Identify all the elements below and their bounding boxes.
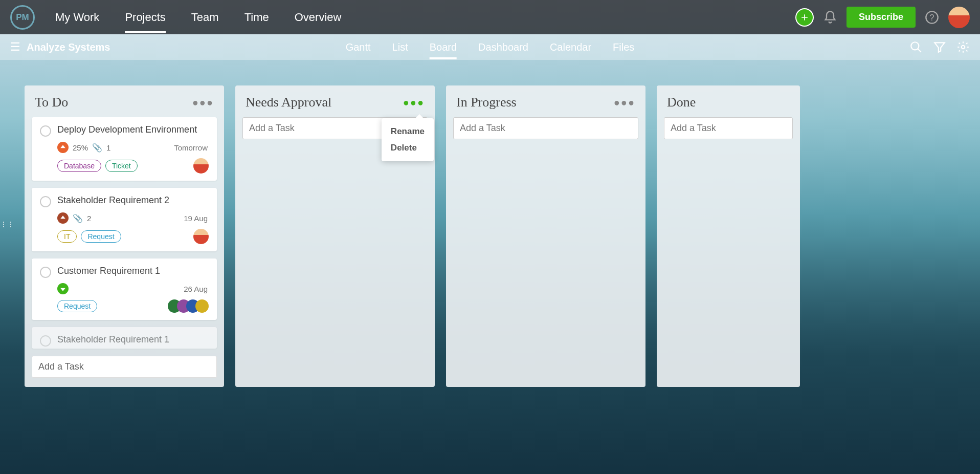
task-percent: 25% (73, 143, 88, 152)
priority-low-icon (57, 283, 69, 294)
svg-point-2 (911, 42, 919, 50)
priority-medium-icon (57, 212, 69, 224)
subnav-list[interactable]: List (392, 35, 408, 59)
column-done: Done (657, 85, 800, 387)
attachment-count: 2 (87, 214, 91, 223)
task-title: Deploy Development Environment (57, 124, 209, 135)
search-icon[interactable] (909, 40, 923, 54)
topnav: My Work Projects Team Time Overview (55, 2, 341, 33)
task-title: Stakeholder Requirement 1 (57, 334, 209, 345)
column-title: Needs Approval (246, 95, 331, 110)
subbar: ☰ Analyze Systems Gantt List Board Dashb… (0, 34, 980, 60)
subnav-files[interactable]: Files (613, 35, 634, 59)
menu-icon[interactable]: ☰ (10, 40, 20, 54)
subnav-board[interactable]: Board (430, 35, 457, 59)
nav-team[interactable]: Team (191, 2, 219, 33)
task-date: 26 Aug (184, 285, 208, 293)
add-button[interactable] (795, 8, 814, 27)
attachment-icon: 📎 (73, 213, 83, 223)
column-menu-button[interactable]: ●●● (192, 97, 214, 109)
bell-icon[interactable] (823, 10, 837, 25)
nav-overview[interactable]: Overview (295, 2, 342, 33)
board: To Do ●●● Deploy Development Environment… (0, 60, 980, 413)
column-menu-button[interactable]: ●●● (614, 97, 635, 109)
add-task-input[interactable] (453, 117, 638, 139)
task-card[interactable]: Stakeholder Requirement 1 (32, 327, 217, 349)
svg-point-4 (962, 46, 965, 49)
column-needs-approval: Needs Approval ●●● Rename Delete (235, 85, 435, 387)
tag-request[interactable]: Request (57, 300, 97, 312)
nav-projects[interactable]: Projects (125, 2, 165, 33)
help-icon[interactable]: ? (925, 10, 939, 25)
add-task-input[interactable]: Add a Task (32, 356, 217, 378)
task-card[interactable]: Stakeholder Requirement 2 📎 2 19 Aug IT … (32, 188, 217, 251)
task-card[interactable]: Deploy Development Environment 25% 📎 1 T… (32, 117, 217, 181)
task-checkbox[interactable] (40, 125, 51, 137)
assignee-avatars[interactable] (172, 299, 209, 313)
column-title: Done (667, 95, 696, 110)
subnav-calendar[interactable]: Calendar (550, 35, 591, 59)
add-task-input[interactable] (664, 117, 793, 139)
task-checkbox[interactable] (40, 196, 51, 207)
logo[interactable]: PM (10, 5, 35, 30)
plus-icon (799, 12, 810, 23)
svg-text:?: ? (929, 12, 934, 21)
subscribe-button[interactable]: Subscribe (847, 7, 916, 28)
attachment-icon: 📎 (92, 143, 102, 153)
nav-time[interactable]: Time (244, 2, 269, 33)
column-todo: To Do ●●● Deploy Development Environment… (25, 85, 224, 387)
sidebar-handle[interactable]: ⋮⋮ (0, 220, 14, 228)
column-menu-button[interactable]: ●●● (403, 97, 425, 109)
menu-delete[interactable]: Delete (382, 140, 434, 156)
task-checkbox[interactable] (40, 335, 51, 347)
attachment-count: 1 (106, 143, 110, 152)
user-avatar[interactable] (948, 7, 970, 28)
tag-request[interactable]: Request (81, 230, 121, 243)
task-checkbox[interactable] (40, 267, 51, 278)
column-menu-dropdown: Rename Delete (382, 118, 434, 161)
column-in-progress: In Progress ●●● (446, 85, 645, 387)
column-title: To Do (35, 95, 68, 110)
svg-line-3 (918, 49, 921, 52)
nav-my-work[interactable]: My Work (55, 2, 99, 33)
task-date: 19 Aug (184, 214, 208, 223)
assignee-avatar[interactable] (193, 229, 209, 244)
subnav-gantt[interactable]: Gantt (346, 35, 371, 59)
tag-ticket[interactable]: Ticket (105, 160, 138, 172)
tag-database[interactable]: Database (57, 160, 101, 172)
task-title: Stakeholder Requirement 2 (57, 195, 209, 206)
subnav-dashboard[interactable]: Dashboard (478, 35, 528, 59)
priority-high-icon (57, 142, 69, 153)
topbar: PM My Work Projects Team Time Overview S… (0, 0, 980, 34)
task-date: Tomorrow (174, 143, 208, 152)
tag-it[interactable]: IT (57, 230, 77, 243)
task-card[interactable]: Customer Requirement 1 26 Aug Request (32, 258, 217, 320)
task-title: Customer Requirement 1 (57, 266, 209, 276)
subnav: Gantt List Board Dashboard Calendar File… (346, 35, 635, 59)
gear-icon[interactable] (956, 40, 970, 54)
menu-rename[interactable]: Rename (382, 123, 434, 140)
column-title: In Progress (456, 95, 517, 110)
filter-icon[interactable] (933, 40, 946, 54)
assignee-avatar[interactable] (193, 158, 209, 174)
project-title: Analyze Systems (27, 41, 110, 53)
